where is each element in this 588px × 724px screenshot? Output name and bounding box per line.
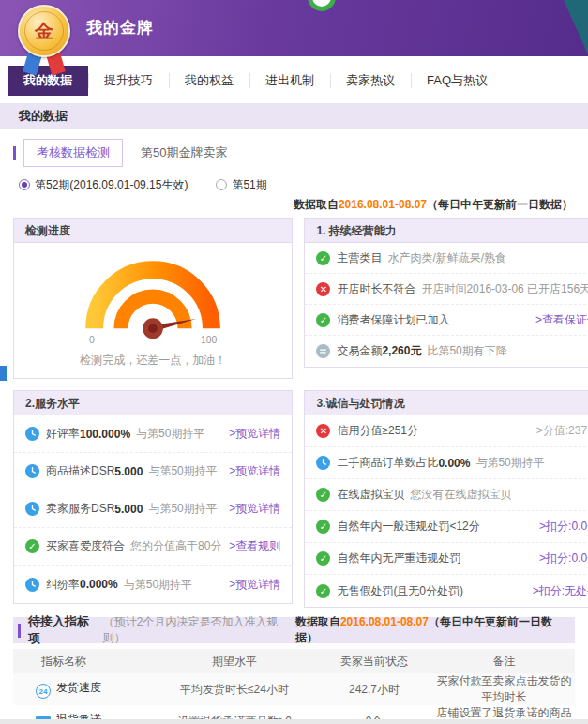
- metric-row: ✓ 自然年内一般违规处罚<12分 >扣分:0.0分: [305, 511, 588, 543]
- table-header-row: 指标名称 期望水平 卖家当前状态 备注: [13, 649, 575, 673]
- note-date: 2016.08.01-08.07: [340, 615, 429, 628]
- tab-seller-topics[interactable]: 卖家热议: [330, 66, 411, 96]
- table-row: 24发货速度 平均发货时长≤24小时 242.7小时 买家付款至卖家点击发货的平…: [13, 673, 575, 705]
- col-metric-name: 指标名称: [13, 649, 154, 673]
- logo-arc-decor: [308, 0, 336, 11]
- metric-label: 主营类目: [337, 250, 382, 266]
- metric-sub: 与第50期持平: [148, 501, 217, 517]
- metric-sub: 您没有在线虚拟宝贝: [410, 487, 511, 503]
- clock-icon: [25, 502, 39, 516]
- clock-icon: [316, 456, 330, 470]
- pending-metrics-table: 指标名称 期望水平 卖家当前状态 备注 24发货速度 平均发货时长≤24小时 2…: [13, 649, 575, 724]
- subtab-period50-gold[interactable]: 第50期金牌卖家: [128, 140, 239, 166]
- 24h-icon: 24: [36, 684, 51, 699]
- panel-operation: 1. 持续经营能力 ✓ 主营类目 水产肉类/新鲜蔬果/熟食 ✕ 开店时长不符合 …: [304, 218, 588, 368]
- preview-detail-link[interactable]: >预览详情: [221, 501, 280, 517]
- main-content: 考核数据检测 第50期金牌卖家 第52期(2016.09.01-09.15生效)…: [0, 129, 588, 724]
- metric-row: ✓ 无售假处罚(且无0分处罚) >扣分:无处罚: [305, 575, 588, 607]
- tab-faq[interactable]: FAQ与热议: [411, 66, 504, 96]
- metric-label: 二手商品订单数占比: [337, 455, 438, 471]
- metric-label: 在线虚拟宝贝: [337, 487, 404, 503]
- cross-icon: ✕: [316, 282, 330, 296]
- data-source-note: 数据取自2016.08.01-08.07（每日中午更新前一日数据）: [295, 614, 567, 646]
- deduction-link[interactable]: >扣分:0.0分: [532, 551, 588, 566]
- metric-label: 纠纷率: [46, 577, 80, 593]
- period-selector: 第52期(2016.09.01-09.15生效) 第51期: [19, 174, 575, 195]
- medal-badge: 金: [18, 5, 70, 57]
- cross-icon: ✕: [316, 424, 330, 438]
- gauge-min-label: 0: [89, 335, 95, 345]
- check-icon: ✓: [316, 584, 330, 598]
- metric-sub: 与第50期持平: [475, 455, 544, 471]
- panel-operation-title: 1. 持续经营能力: [305, 219, 588, 243]
- metric-label: 自然年内无严重违规处罚: [337, 551, 460, 566]
- view-deposit-link[interactable]: >查看保证金: [528, 312, 588, 328]
- view-rules-link[interactable]: >查看规则: [221, 538, 280, 554]
- subtab-assessment-check[interactable]: 考核数据检测: [23, 139, 123, 167]
- metric-label: 好评率: [46, 426, 80, 442]
- accent-bar: [13, 146, 16, 160]
- metric-sub: 与第50期持平: [148, 463, 217, 479]
- metric-sub: 您的分值高于80分: [130, 538, 221, 554]
- note-suffix: （每日中午更新前一日数据）: [427, 198, 573, 211]
- nav-tabbar: 我的数据 提升技巧 我的权益 进出机制 卖家热议 FAQ与热议: [8, 66, 580, 96]
- panel-integrity: 3.诚信与处罚情况 ✕ 信用分值≥251分 >分值:237分 二手商品订单数占比…: [304, 390, 588, 608]
- metric-row: 纠纷率 0.000% 与第50期持平 >预览详情: [14, 566, 292, 603]
- metric-label: 信用分值≥251分: [337, 423, 418, 439]
- panel-progress-title: 检测进度: [14, 219, 292, 243]
- radio-period-52[interactable]: 第52期(2016.09.01-09.15生效): [19, 177, 188, 193]
- gauge-svg: 0 100: [64, 250, 242, 348]
- deduction-link[interactable]: >扣分:无处罚: [525, 583, 588, 599]
- panels-grid: 检测进度: [13, 218, 575, 608]
- remark: 买家付款至卖家点击发货的平均时长: [433, 673, 575, 705]
- col-expected-level: 期望水平: [154, 649, 315, 673]
- deduction-link[interactable]: >扣分:0.0分: [532, 519, 588, 535]
- metric-value: 100.000%: [80, 428, 130, 441]
- note-prefix: 数据取自: [294, 198, 339, 211]
- metric-value: 2,260元: [382, 343, 421, 359]
- note-date: 2016.08.01-08.07: [339, 198, 427, 211]
- accent-bar: [18, 624, 21, 638]
- gauge-max-label: 100: [201, 335, 218, 345]
- pending-section-header: 待接入指标项 （预计2个月内决定是否加入准入规则） 数据取自2016.08.01…: [13, 617, 575, 643]
- metric-sub: 与第50期持平: [136, 426, 204, 442]
- panel-integrity-title: 3.诚信与处罚情况: [305, 391, 588, 415]
- metric-value: 0.000%: [80, 578, 118, 591]
- gauge-hub-inner: [148, 324, 157, 332]
- col-remark: 备注: [433, 649, 575, 673]
- corner-decor: [564, 0, 588, 54]
- metric-sub: 开店时间2016-03-06 已开店156天: [421, 281, 588, 297]
- col-current-status: 卖家当前状态: [315, 649, 433, 673]
- gauge: 0 100 检测完成，还差一点，加油！: [14, 243, 292, 378]
- check-icon: ✓: [25, 539, 39, 553]
- metric-row: 二手商品订单数占比 0.00% 与第50期持平: [305, 447, 588, 479]
- metric-label: 交易金额: [337, 343, 382, 359]
- page-banner: 我的金牌: [0, 0, 588, 56]
- metric-row: 交易金额 2,260元 比第50期有下降: [305, 336, 588, 367]
- flat-icon: [316, 344, 330, 358]
- metric-label: 买家喜爱度符合: [46, 538, 125, 554]
- gauge-caption: 检测完成，还差一点，加油！: [14, 353, 292, 369]
- gold-medal-icon: 金: [15, 5, 73, 76]
- panel-progress: 检测进度: [13, 218, 293, 379]
- tab-my-rights[interactable]: 我的权益: [169, 66, 249, 96]
- panel-service: 2.服务水平 好评率 100.000% 与第50期持平 >预览详情 商品描述DS…: [13, 390, 293, 604]
- metric-name: 发货速度: [56, 681, 101, 694]
- pending-title: 待接入指标项: [28, 613, 99, 647]
- metric-value: 5.000: [114, 503, 143, 516]
- panel-service-title: 2.服务水平: [14, 391, 292, 415]
- current-status: 242.7小时: [315, 673, 433, 705]
- metric-row: ✓ 主营类目 水产肉类/新鲜蔬果/熟食: [305, 243, 588, 274]
- pending-subtitle: （预计2个月内决定是否加入准入规则）: [103, 614, 295, 646]
- metric-row: ✓ 在线虚拟宝贝 您没有在线虚拟宝贝: [305, 479, 588, 511]
- tab-improve-skills[interactable]: 提升技巧: [88, 66, 169, 96]
- preview-detail-link[interactable]: >预览详情: [221, 426, 280, 442]
- preview-detail-link[interactable]: >预览详情: [221, 463, 280, 479]
- metric-row: ✓ 消费者保障计划已加入 >查看保证金: [305, 305, 588, 336]
- score-link[interactable]: >分值:237分: [529, 423, 588, 439]
- tab-entry-exit[interactable]: 进出机制: [249, 66, 330, 96]
- metric-sub: 与第50期持平: [124, 577, 192, 593]
- radio-period-51[interactable]: 第51期: [216, 177, 266, 193]
- preview-detail-link[interactable]: >预览详情: [221, 577, 280, 593]
- metric-row: 卖家服务DSR 5.000 与第50期持平 >预览详情: [14, 490, 292, 528]
